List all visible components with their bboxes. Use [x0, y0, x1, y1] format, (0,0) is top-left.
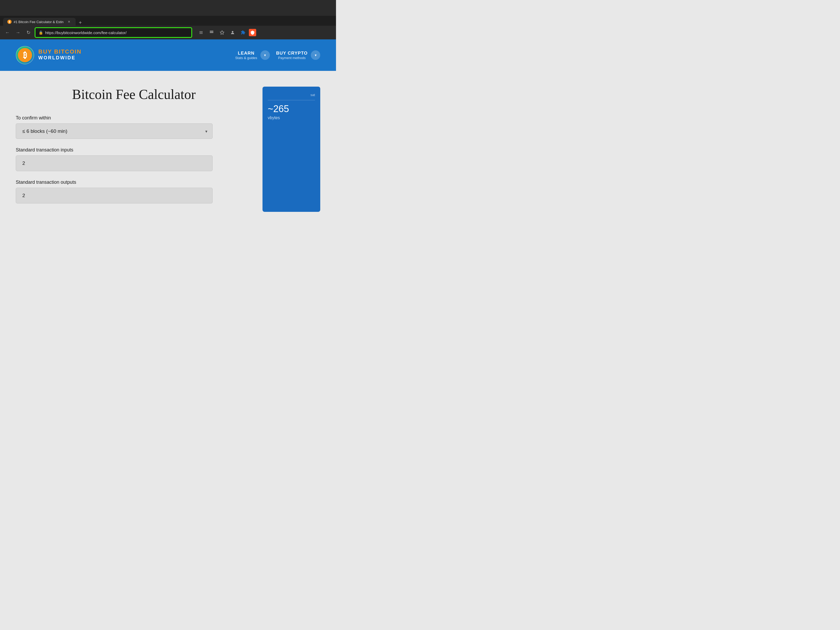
tx-inputs-field[interactable] [16, 155, 213, 171]
extensions-icon[interactable] [238, 28, 248, 37]
site-logo[interactable]: ₿ BUY BITCOIN WORLDWIDE [16, 46, 235, 64]
active-tab[interactable]: ₿ #1 Bitcoin Fee Calculator & Estin ✕ [3, 18, 76, 26]
browser-tab-bar: ₿ #1 Bitcoin Fee Calculator & Estin ✕ + [0, 16, 336, 26]
svg-rect-1 [210, 32, 213, 33]
buy-chevron-icon[interactable]: ▾ [311, 51, 320, 60]
brave-icon[interactable] [249, 29, 256, 36]
profile-icon[interactable] [228, 28, 237, 37]
tx-inputs-label: Standard transaction inputs [16, 147, 252, 153]
url-input[interactable] [45, 30, 188, 35]
reload-button[interactable]: ↻ [24, 28, 33, 37]
svg-rect-0 [210, 31, 213, 32]
vbytes-stat: ~265 vbytes [268, 103, 315, 120]
favorites-icon[interactable] [217, 28, 227, 37]
confirm-within-group: To confirm within ≤ 1 block (~10 min) ≤ … [16, 115, 252, 139]
bitcoin-symbol: ₿ [18, 48, 32, 62]
reading-list-icon[interactable] [207, 28, 216, 37]
svg-marker-2 [220, 31, 224, 35]
nav-buy-text: BUY CRYPTO Payment methods [276, 51, 308, 60]
new-tab-button[interactable]: + [77, 20, 84, 26]
toolbar-icons [196, 28, 256, 37]
tab-favicon: ₿ [7, 20, 11, 24]
lock-icon: 🔒 [39, 30, 43, 35]
page-title: Bitcoin Fee Calculator [16, 87, 252, 102]
logo-text-line2: WORLDWIDE [38, 55, 82, 61]
nav-buy-main: BUY CRYPTO [276, 51, 308, 56]
svg-point-3 [232, 31, 234, 33]
tx-outputs-field[interactable] [16, 188, 213, 204]
nav-learn-text: LEARN Stats & guides [235, 51, 257, 60]
confirm-within-select[interactable]: ≤ 1 block (~10 min) ≤ 3 blocks (~30 min)… [16, 123, 213, 139]
address-bar-row: ← → ↻ 🔒 [0, 26, 336, 39]
nav-item-buy-crypto[interactable]: BUY CRYPTO Payment methods ▾ [276, 51, 320, 60]
nav-learn-sub: Stats & guides [235, 56, 257, 60]
learn-chevron-icon[interactable]: ▾ [261, 51, 270, 60]
nav-item-learn[interactable]: LEARN Stats & guides ▾ [235, 51, 270, 60]
tab-title: #1 Bitcoin Fee Calculator & Estin [14, 20, 63, 24]
vbytes-value: ~265 [268, 103, 315, 114]
tx-outputs-group: Standard transaction outputs [16, 180, 252, 204]
side-panel-divider [268, 100, 315, 100]
side-panel: sat ~265 vbytes [262, 87, 320, 212]
sat-label: sat [268, 93, 315, 97]
address-bar[interactable]: 🔒 [35, 27, 192, 38]
tx-outputs-label: Standard transaction outputs [16, 180, 252, 185]
logo-text: BUY BITCOIN WORLDWIDE [38, 49, 82, 61]
logo-text-line1: BUY BITCOIN [38, 49, 82, 55]
site-header: ₿ BUY BITCOIN WORLDWIDE LEARN Stats & gu… [0, 39, 336, 71]
main-content: Bitcoin Fee Calculator To confirm within… [0, 71, 336, 222]
nav-learn-main: LEARN [238, 51, 255, 56]
nav-menu: LEARN Stats & guides ▾ BUY CRYPTO Paymen… [235, 51, 320, 60]
confirm-within-select-wrapper: ≤ 1 block (~10 min) ≤ 3 blocks (~30 min)… [16, 123, 213, 139]
vbytes-unit: vbytes [268, 115, 315, 120]
nav-buy-sub: Payment methods [278, 56, 306, 60]
tab-close-button[interactable]: ✕ [67, 19, 71, 24]
calculator-section: Bitcoin Fee Calculator To confirm within… [16, 87, 252, 212]
forward-button[interactable]: → [14, 28, 22, 37]
confirm-within-label: To confirm within [16, 115, 252, 121]
browser-title-bar [0, 0, 336, 16]
back-button[interactable]: ← [3, 28, 11, 37]
reader-mode-icon[interactable] [196, 28, 206, 37]
tx-inputs-group: Standard transaction inputs [16, 147, 252, 171]
logo-icon: ₿ [16, 46, 34, 64]
